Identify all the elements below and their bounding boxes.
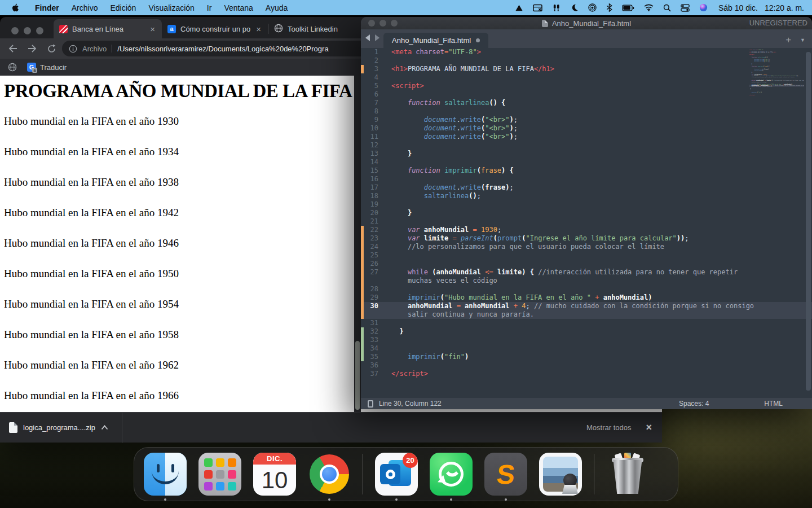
control-center-icon[interactable] [681,4,690,12]
menu-item-ir[interactable]: Ir [201,3,218,12]
code-line[interactable]: 15 function imprimir(frase) { [361,167,812,175]
dock-item-whatsapp[interactable] [430,453,473,496]
play-triangle-icon[interactable] [515,4,523,12]
editor-tab[interactable]: Anho_Mundial_Fifa.html [383,33,488,48]
tab-toolkit-linkedin[interactable]: Toolkit Linkedin [268,19,361,38]
minimize-window-button[interactable] [379,20,386,27]
code-line[interactable]: 17 document.write(frase); [361,183,812,192]
bluetooth-icon[interactable] [606,3,612,12]
minimap[interactable]: <meta charset="UTF-8"><h1>PROGRAMA AÑO M… [749,49,804,97]
code-line[interactable]: 12 [361,141,812,150]
code-line[interactable]: 36 [361,361,812,370]
apple-menu-icon[interactable] [11,3,20,12]
parallels-window-icon[interactable] [533,4,542,12]
download-item[interactable]: logica_programa....zip [0,413,117,443]
code-line[interactable]: 7 function saltarlinea() { [361,99,812,107]
indent-setting[interactable]: Spaces: 4 [679,400,709,408]
prev-tab-icon[interactable] [365,34,370,41]
code-line[interactable]: 8 [361,107,812,116]
code-line[interactable]: 34 [361,344,812,353]
dock-item-calendar[interactable]: DIC. 10 [253,453,296,496]
close-tab-icon[interactable]: × [255,24,262,34]
code-line[interactable]: 26 [361,260,812,268]
menu-item-edición[interactable]: Edición [104,3,142,12]
code-line[interactable]: 31 [361,319,812,327]
editor-scrollbar[interactable] [806,52,811,391]
code-line[interactable]: 27 while (anhoMundial <= limite) { //int… [361,268,812,277]
battery-icon[interactable] [622,5,634,11]
menu-item-archivo[interactable]: Archivo [65,3,104,12]
personal-hotspot-icon[interactable] [588,3,597,12]
syntax-setting[interactable]: HTML [764,400,783,408]
code-line[interactable]: 23 var limite = parseInt(prompt("Ingrese… [361,234,812,243]
code-line[interactable]: 29 imprimir("Hubo mundial en la FIFA en … [361,294,812,302]
code-line[interactable]: 32 } [361,327,812,336]
chevron-up-icon[interactable] [101,425,108,430]
siri-icon[interactable] [699,3,708,12]
code-line[interactable]: 6 [361,90,812,99]
code-line[interactable]: 16 [361,175,812,183]
code-line[interactable]: 35 imprimir("fin") [361,353,812,361]
close-window-button[interactable] [11,27,19,34]
code-line[interactable]: 19 [361,200,812,209]
forward-icon[interactable] [24,40,41,57]
close-shelf-icon[interactable]: × [646,422,652,433]
code-line[interactable]: 25 [361,251,812,260]
bookmark-translate[interactable]: G Traducir [27,63,67,72]
back-icon[interactable] [5,40,21,57]
code-line[interactable]: 33 [361,336,812,344]
show-all-downloads-button[interactable]: Mostrar todos [586,423,631,432]
airpods-icon[interactable] [552,4,561,12]
code-line[interactable]: 3<h1>PROGRAMA AÑO MUNDIAL DE LA FIFA</h1… [361,65,812,73]
bookmark-globe[interactable] [8,63,17,72]
code-line[interactable]: 14 [361,158,812,167]
wifi-icon[interactable] [644,4,654,11]
tab-como-construir[interactable]: a Cómo construir un por × [162,19,268,38]
sublime-title-bar[interactable]: Anho_Mundial_Fifa.html UNREGISTERED [361,17,812,29]
spotlight-search-icon[interactable] [663,4,671,12]
dock-item-chrome[interactable] [308,453,351,496]
close-window-button[interactable] [368,20,375,27]
zoom-window-button[interactable] [391,20,398,27]
dock-item-trash[interactable] [606,453,649,496]
code-line[interactable]: 4 [361,73,812,82]
menu-clock[interactable]: Sáb 10 dic. 12:20 a. m. [718,3,804,12]
code-line[interactable]: 24 //lo personalizamos para que el usuar… [361,243,812,251]
dock-item-finder[interactable] [144,453,187,496]
close-tab-icon[interactable]: × [149,24,156,34]
vintage-mode-icon[interactable] [368,400,373,408]
dock-item-launchpad[interactable] [198,453,241,496]
menu-item-ayuda[interactable]: Ayuda [259,3,294,12]
code-line[interactable]: 20 } [361,209,812,217]
code-line[interactable]: 9 document.write("<br>"); [361,116,812,124]
minimize-window-button[interactable] [24,27,31,34]
reload-icon[interactable] [43,40,60,57]
tab-overflow-icon[interactable]: ▼ [800,37,805,43]
code-line[interactable]: 21 [361,217,812,226]
menu-item-finder[interactable]: Finder [29,3,65,12]
menu-item-ventana[interactable]: Ventana [218,3,259,12]
code-line[interactable]: 11 document.write("<br>"); [361,133,812,141]
code-line[interactable]: 30 anhoMundial = anhoMundial + 4; // muc… [361,302,812,310]
code-line[interactable]: 22 var anhoMundial = 1930; [361,226,812,234]
code-line[interactable]: 2 [361,56,812,65]
code-line[interactable]: 28 [361,285,812,294]
code-line[interactable]: 1<meta charset="UTF-8"> [361,48,812,56]
new-tab-icon[interactable]: + [785,34,791,46]
zoom-window-button[interactable] [36,27,43,34]
do-not-disturb-moon-icon[interactable] [570,3,579,12]
code-line[interactable]: 37</script> [361,370,812,378]
code-line[interactable]: 5<script> [361,82,812,90]
code-line[interactable]: muchas veces el código [361,277,812,285]
dock-item-preview[interactable] [539,453,582,496]
next-tab-icon[interactable] [375,34,379,41]
code-editor[interactable]: 1<meta charset="UTF-8">23<h1>PROGRAMA AÑ… [361,48,812,398]
code-line[interactable]: 13 } [361,150,812,158]
dock-item-outlook[interactable]: 20 [375,453,418,496]
scrollbar-thumb[interactable] [355,341,360,410]
tab-banca-en-linea[interactable]: Banca en Línea × [54,19,162,38]
dock-item-sublime[interactable]: S [484,453,527,496]
menu-item-visualización[interactable]: Visualización [142,3,200,12]
code-line[interactable]: 10 document.write("<br>"); [361,124,812,133]
page-scrollbar[interactable] [354,76,361,412]
